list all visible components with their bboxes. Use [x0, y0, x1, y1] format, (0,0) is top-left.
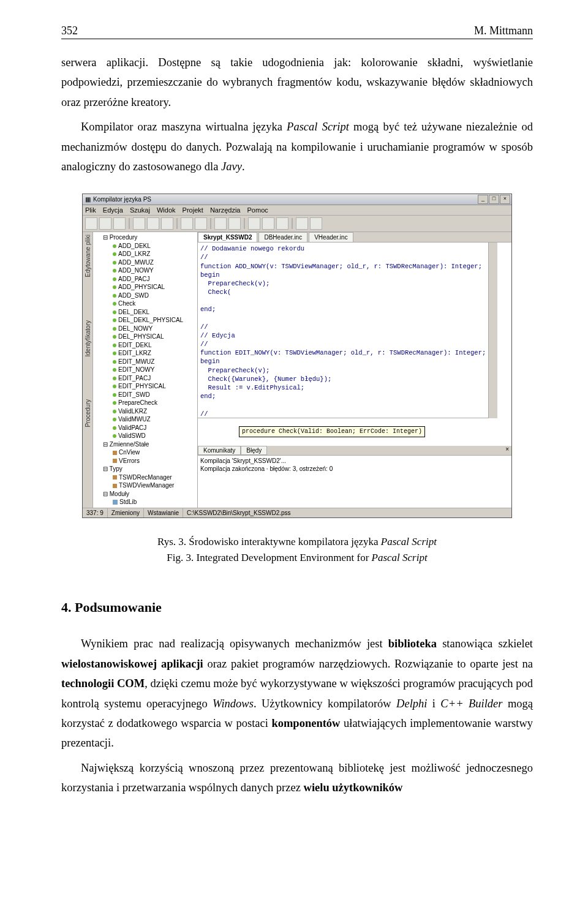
tree-type-item[interactable]: TSWDRecManager — [94, 473, 197, 482]
status-file-path: C:\KSSWD2\Bin\Skrypt_KSSWD2.pss — [183, 508, 511, 517]
editor-tab-3[interactable]: VHeader.inc — [309, 232, 353, 242]
side-tab-strip[interactable]: Edytowane pliki Identyfikatory Procedury — [83, 232, 93, 508]
toolbar-paste-icon[interactable] — [161, 217, 173, 230]
editor-scrollbar-v[interactable] — [488, 243, 497, 418]
toolbar-find-icon[interactable] — [214, 217, 227, 230]
tree-proc-item[interactable]: DEL_PHYSICAL — [94, 333, 197, 341]
messages-panel[interactable]: Kompilacja 'Skrypt_KSSWD2'... Kompilacja… — [198, 455, 511, 474]
tree-proc-item[interactable]: ADD_MWUZ — [94, 258, 197, 267]
side-tab-procedures[interactable]: Procedury — [85, 399, 91, 427]
proc-icon — [113, 418, 116, 421]
tree-proc-item[interactable]: EDIT_PHYSICAL — [94, 382, 197, 391]
tree-proc-item[interactable]: EDIT_MWUZ — [94, 358, 197, 366]
minimize-button[interactable]: _ — [478, 195, 488, 204]
side-tab-edited-files[interactable]: Edytowane pliki — [85, 235, 91, 277]
type-icon — [113, 475, 117, 480]
toolbar-redo-icon[interactable] — [195, 217, 207, 230]
app-icon: ▦ — [85, 196, 91, 203]
tree-module-item[interactable]: StdLib — [94, 498, 197, 506]
tree-proc-item[interactable]: ValidMWUZ — [94, 415, 197, 424]
tree-var-item[interactable]: CnView — [94, 448, 197, 457]
toolbar-cut-icon[interactable] — [133, 217, 145, 230]
msg-tab-bledy[interactable]: Błędy — [241, 446, 267, 455]
menu-plik[interactable]: Plik — [85, 206, 96, 214]
proc-icon — [113, 344, 116, 347]
proc-icon — [113, 426, 116, 430]
proc-icon — [113, 277, 116, 281]
tree-proc-item[interactable]: ADD_PHYSICAL — [94, 283, 197, 292]
tree-types[interactable]: Typy — [110, 465, 123, 472]
tree-proc-item[interactable]: Check — [94, 299, 197, 308]
menubar[interactable]: Plik Edycja Szukaj Widok Projekt Narzędz… — [83, 205, 511, 216]
window-titlebar[interactable]: ▦ Kompilator języka PS _ □ × — [83, 194, 511, 205]
proc-icon — [113, 302, 116, 306]
proc-icon — [113, 401, 116, 405]
toolbar-stop-icon[interactable] — [276, 217, 288, 230]
msg-line-2: Kompilacja zakończona · błędów: 3, ostrz… — [200, 465, 509, 473]
menu-pomoc[interactable]: Pomoc — [247, 206, 268, 214]
tree-var-item[interactable]: VErrors — [94, 457, 197, 465]
menu-edycja[interactable]: Edycja — [103, 206, 123, 214]
var-icon — [113, 459, 117, 463]
menu-widok[interactable]: Widok — [157, 206, 176, 214]
toolbar-replace-icon[interactable] — [228, 217, 241, 230]
figure-caption: Rys. 3. Środowisko interaktywne kompilat… — [61, 534, 533, 566]
toolbar-step-over-icon[interactable] — [296, 217, 308, 230]
tree-proc-item[interactable]: ADD_NOWY — [94, 266, 197, 275]
tree-proc-item[interactable]: DEL_DEKL_PHYSICAL — [94, 316, 197, 325]
editor-tabs: Skrypt_KSSWD2 DBHeader.inc VHeader.inc — [198, 232, 511, 243]
tree-proc-item[interactable]: ValidLKRZ — [94, 407, 197, 416]
proc-icon — [113, 377, 116, 380]
menu-szukaj[interactable]: Szukaj — [130, 206, 150, 214]
tree-proc-item[interactable]: ADD_SWD — [94, 292, 197, 300]
tree-type-item[interactable]: TSWDViewManager — [94, 481, 197, 490]
side-tab-identifiers[interactable]: Identyfikatory — [85, 320, 91, 356]
toolbar-undo-icon[interactable] — [181, 217, 193, 230]
proc-icon — [113, 261, 116, 265]
toolbar-step-into-icon[interactable] — [310, 217, 322, 230]
tree-proc-item[interactable]: EDIT_PACJ — [94, 374, 197, 383]
editor-tab-2[interactable]: DBHeader.inc — [258, 232, 307, 242]
toolbar-copy-icon[interactable] — [147, 217, 159, 230]
ide-window: ▦ Kompilator języka PS _ □ × Plik Edycja… — [82, 194, 512, 518]
msg-panel-close-icon[interactable]: × — [505, 446, 509, 453]
code-editor[interactable]: // Dodawanie nowego rekordu // function … — [198, 243, 488, 418]
tree-proc-item[interactable]: PrepareCheck — [94, 399, 197, 407]
proc-icon — [113, 393, 116, 397]
msg-tab-komunikaty[interactable]: Komunikaty — [198, 446, 241, 455]
tree-proc-item[interactable]: EDIT_LKRZ — [94, 349, 197, 358]
tree-root[interactable]: Procedury — [110, 234, 138, 241]
tree-proc-item[interactable]: ValidSWD — [94, 432, 197, 440]
tree-proc-item[interactable]: ADD_PACJ — [94, 275, 197, 284]
tree-panel[interactable]: ⊟ Procedury ADD_DEKLADD_LKRZADD_MWUZADD_… — [93, 232, 198, 508]
toolbar-save-icon[interactable] — [113, 217, 126, 230]
toolbar-pause-icon[interactable] — [262, 217, 274, 230]
paragraph-1: serwera aplikacji. Dostępne są takie udo… — [61, 53, 533, 112]
maximize-button[interactable]: □ — [489, 195, 499, 204]
menu-projekt[interactable]: Projekt — [183, 206, 203, 214]
toolbar-run-icon[interactable] — [248, 217, 260, 230]
toolbar-new-icon[interactable] — [85, 217, 97, 230]
proc-icon — [113, 327, 116, 331]
status-cursor-pos: 337: 9 — [83, 508, 108, 517]
paragraph-2: Kompilator oraz maszyna wirtualna języka… — [61, 117, 533, 176]
editor-tab-1[interactable]: Skrypt_KSSWD2 — [198, 232, 257, 242]
toolbar-open-icon[interactable] — [99, 217, 111, 230]
proc-icon — [113, 310, 116, 314]
tree-proc-item[interactable]: EDIT_DEKL — [94, 341, 197, 350]
tree-proc-item[interactable]: EDIT_SWD — [94, 391, 197, 399]
tree-proc-item[interactable]: EDIT_NOWY — [94, 366, 197, 374]
module-icon — [113, 500, 118, 505]
close-button[interactable]: × — [500, 195, 510, 204]
tree-modules[interactable]: Moduły — [110, 491, 129, 497]
tree-proc-item[interactable]: ValidPACJ — [94, 424, 197, 432]
paragraph-3: Wynikiem prac nad realizacją opisywanych… — [61, 634, 533, 753]
tree-proc-item[interactable]: ADD_LKRZ — [94, 250, 197, 258]
proc-icon — [113, 285, 116, 289]
tree-proc-item[interactable]: ADD_DEKL — [94, 242, 197, 250]
tree-proc-item[interactable]: DEL_DEKL — [94, 308, 197, 317]
window-title: Kompilator języka PS — [93, 196, 151, 203]
tree-vars[interactable]: Zmienne/Stałe — [110, 441, 149, 448]
menu-narzedzia[interactable]: Narzędzia — [210, 206, 241, 214]
tree-proc-item[interactable]: DEL_NOWY — [94, 325, 197, 333]
